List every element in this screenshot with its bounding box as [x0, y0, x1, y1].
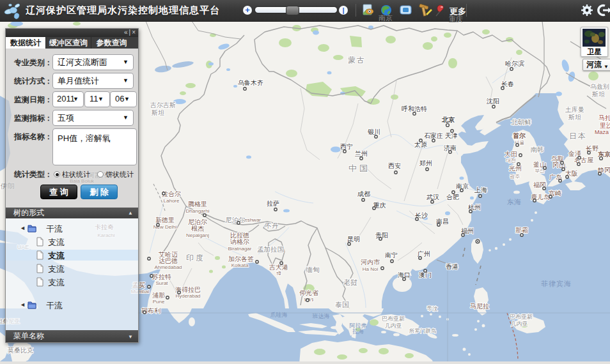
svg-text:几内亚: 几内亚 — [511, 321, 528, 327]
svg-text:昆明: 昆明 — [347, 236, 360, 243]
svg-text:南宁: 南宁 — [385, 252, 398, 259]
svg-text:达巴德: 达巴德 — [159, 257, 178, 264]
svg-text:帝汶: 帝汶 — [427, 305, 439, 312]
svg-text:马尼拉: 马尼拉 — [470, 303, 489, 310]
svg-text:武汉: 武汉 — [426, 193, 439, 201]
svg-text:চট্ট: চট্ট — [276, 271, 281, 277]
svg-text:老挝: 老挝 — [343, 278, 357, 286]
svg-text:兰州: 兰州 — [355, 150, 368, 157]
svg-text:Dhangarhi: Dhangarhi — [186, 208, 210, 214]
svg-text:斯坦: 斯坦 — [591, 91, 605, 98]
svg-text:中国: 中国 — [348, 163, 370, 173]
svg-text:浦那: 浦那 — [152, 292, 165, 299]
svg-text:乌鲁木齐: 乌鲁木齐 — [238, 79, 263, 86]
svg-text:香港: 香港 — [446, 263, 458, 270]
svg-text:日本: 日本 — [569, 132, 587, 140]
svg-text:那霸: 那霸 — [515, 227, 528, 234]
svg-text:斯坦: 斯坦 — [151, 109, 164, 116]
svg-text:成都: 成都 — [357, 190, 370, 197]
svg-text:杭州: 杭州 — [467, 204, 481, 211]
svg-text:几内亚: 几内亚 — [385, 322, 402, 329]
svg-text:加尔各答: 加尔各答 — [228, 255, 254, 262]
svg-text:광주: 광주 — [510, 174, 520, 179]
svg-text:马扎: 马扎 — [598, 114, 610, 121]
svg-text:대전: 대전 — [506, 158, 516, 163]
svg-text:所罗门群岛: 所罗门群岛 — [409, 328, 437, 334]
svg-text:Maza: Maza — [595, 129, 609, 135]
svg-text:蒙古: 蒙古 — [348, 56, 366, 64]
svg-text:东京: 东京 — [597, 151, 610, 158]
svg-text:南韩: 南韩 — [531, 146, 544, 153]
svg-text:Biratnagar: Biratnagar — [228, 246, 252, 252]
svg-text:沈阳: 沈阳 — [486, 98, 499, 105]
svg-text:北京: 北京 — [441, 116, 455, 123]
svg-text:Pune: Pune — [153, 299, 165, 305]
svg-text:班达海: 班达海 — [313, 313, 330, 319]
svg-text:尼泊尔: 尼泊尔 — [225, 216, 246, 224]
svg-text:斯坦: 斯坦 — [568, 114, 581, 121]
svg-text:哈尔滨: 哈尔滨 — [505, 60, 524, 67]
svg-text:郑州: 郑州 — [419, 160, 432, 167]
svg-text:天津: 天津 — [445, 132, 458, 139]
svg-text:巴布亚新: 巴布亚新 — [382, 315, 405, 322]
svg-text:根杰: 根杰 — [191, 225, 204, 232]
svg-text:Lahore: Lahore — [164, 198, 180, 204]
svg-text:巴布亚新: 巴布亚新 — [510, 314, 533, 320]
svg-text:拉海: 拉海 — [352, 328, 364, 335]
svg-text:乌兹别: 乌兹别 — [590, 83, 609, 90]
svg-text:Kolkata: Kolkata — [231, 262, 249, 268]
svg-text:Ahmedabad: Ahmedabad — [154, 264, 182, 270]
svg-text:Surat: Surat — [155, 280, 168, 286]
svg-text:合肥: 合肥 — [446, 193, 459, 201]
svg-text:Ha Noi: Ha Noi — [363, 266, 379, 272]
svg-text:爪哇海: 爪哇海 — [270, 312, 288, 318]
svg-text:仰光省: 仰光省 — [299, 289, 319, 296]
svg-text:光州: 光州 — [509, 165, 522, 172]
svg-text:西宁: 西宁 — [340, 143, 353, 150]
svg-text:银川: 银川 — [368, 128, 380, 135]
svg-text:大田: 大田 — [504, 151, 517, 158]
svg-text:菲律宾海: 菲律宾海 — [541, 280, 572, 287]
svg-text:名古屋: 名古屋 — [574, 156, 593, 163]
svg-text:苏拉特: 苏拉特 — [152, 273, 171, 280]
svg-text:里沙: 里沙 — [600, 122, 610, 129]
svg-text:石家庄: 石家庄 — [424, 132, 443, 139]
svg-text:长野: 长野 — [586, 145, 598, 152]
svg-text:北朝鲜: 北朝鲜 — [510, 118, 531, 126]
svg-text:缅甸: 缅甸 — [306, 266, 320, 273]
svg-text:Nepalganj: Nepalganj — [186, 232, 209, 238]
svg-text:首尔: 首尔 — [513, 132, 526, 139]
svg-text:莫桑比克: 莫桑比克 — [7, 347, 33, 354]
svg-text:吉大港: 吉大港 — [269, 264, 288, 271]
svg-text:土库曼: 土库曼 — [565, 106, 584, 113]
svg-text:印度: 印度 — [186, 254, 205, 262]
svg-text:腾格里: 腾格里 — [188, 201, 207, 208]
svg-text:孟加拉国: 孟加拉国 — [257, 245, 284, 253]
svg-text:西安: 西安 — [388, 162, 401, 169]
svg-text:泰国: 泰国 — [335, 301, 349, 308]
svg-text:河内市: 河内市 — [361, 259, 380, 266]
svg-text:新德里: 新德里 — [155, 216, 175, 224]
svg-text:不丹: 不丹 — [265, 222, 279, 229]
svg-text:东海: 东海 — [507, 198, 521, 206]
svg-text:拉萨: 拉萨 — [267, 200, 279, 207]
svg-text:吉尔吉斯: 吉尔吉斯 — [150, 102, 176, 109]
svg-text:讷格尔: 讷格尔 — [230, 238, 249, 245]
svg-text:呼和浩特: 呼和浩特 — [402, 105, 427, 112]
svg-text:上海: 上海 — [474, 186, 487, 193]
